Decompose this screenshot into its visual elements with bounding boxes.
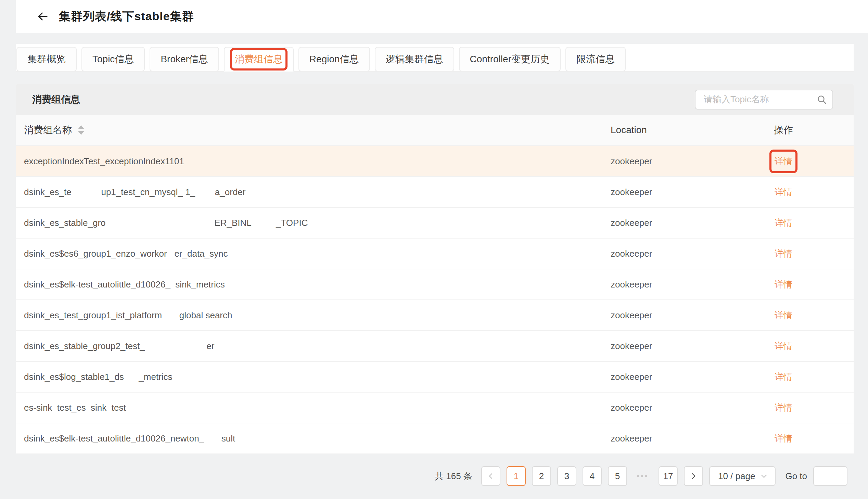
caret-down-icon	[78, 131, 84, 135]
action-cell: 详情	[751, 186, 816, 198]
action-cell: 详情	[751, 248, 816, 260]
chevron-right-icon	[689, 472, 698, 480]
goto-page-input[interactable]	[813, 466, 847, 486]
consumer-group-name: dsink_es_stable_gro ER_BINL _TOPIC	[24, 218, 594, 228]
column-header-location: Location	[594, 125, 751, 135]
location-cell: zookeeper	[594, 372, 751, 382]
detail-link[interactable]: 详情	[774, 341, 792, 351]
consumer-group-name: dsink_es_test_group1_ist_platform global…	[24, 310, 594, 321]
page-size-select[interactable]: 10 / page	[709, 466, 775, 486]
back-button[interactable]	[35, 9, 50, 24]
location-cell: zookeeper	[594, 156, 751, 167]
action-cell: 详情	[751, 371, 816, 383]
table-row: dsink_es_test_group1_ist_platform global…	[16, 300, 854, 331]
location-cell: zookeeper	[594, 218, 751, 228]
location-cell: zookeeper	[594, 310, 751, 321]
caret-up-icon	[78, 125, 84, 129]
tab-consumer-group-info[interactable]: 消费组信息	[224, 47, 294, 72]
pagination: 共 165 条 12345 ••• 17 10 / page Go to	[0, 466, 868, 486]
pagination-page-1[interactable]: 1	[506, 466, 526, 486]
detail-link[interactable]: 详情	[774, 187, 792, 197]
table-row: dsink_es$elk-test_autolittle_d10026_ sin…	[16, 269, 854, 300]
action-cell: 详情	[751, 279, 816, 291]
panel-header: 消费组信息	[16, 84, 854, 115]
table-header-row: 消费组名称 Location 操作	[16, 115, 854, 146]
chevron-down-icon	[760, 472, 768, 480]
goto-label: Go to	[785, 471, 807, 482]
location-cell: zookeeper	[594, 279, 751, 290]
table-row: dsink_es_stable_gro ER_BINL _TOPIC zooke…	[16, 208, 854, 239]
consumer-group-name: dsink_es$es6_group1_enzo_workor er_data_…	[24, 248, 594, 259]
detail-link[interactable]: 详情	[774, 433, 792, 443]
page: 集群列表/线下stable集群 集群概览 Topic信息 Broker信息 消费…	[0, 0, 868, 499]
tab-region-info[interactable]: Region信息	[298, 47, 370, 72]
consumer-group-name: dsink_es$elk-test_autolittle_d10026_newt…	[24, 433, 594, 444]
table-body: exceptionIndexTest_exceptionIndex1101 zo…	[16, 146, 854, 454]
table-row: dsink_es$elk-test_autolittle_d10026_newt…	[16, 423, 854, 454]
pagination-page-last[interactable]: 17	[659, 466, 678, 486]
search-box	[695, 90, 833, 110]
action-cell: 详情	[751, 155, 816, 167]
location-cell: zookeeper	[594, 187, 751, 197]
action-cell: 详情	[751, 340, 816, 352]
chevron-left-icon	[487, 472, 495, 480]
action-cell: 详情	[751, 433, 816, 445]
consumer-group-name: dsink_es_te up1_test_cn_mysql_ 1_ a_orde…	[24, 187, 594, 197]
table-row: dsink_es_te up1_test_cn_mysql_ 1_ a_orde…	[16, 177, 854, 208]
pagination-page-5[interactable]: 5	[608, 466, 627, 486]
action-cell: 详情	[751, 217, 816, 229]
tab-controller-history[interactable]: Controller变更历史	[459, 47, 561, 72]
action-cell: 详情	[751, 402, 816, 414]
search-icon[interactable]	[817, 95, 827, 106]
consumer-group-name: dsink_es$log_stable1_ds _metrics	[24, 372, 594, 382]
tab-logic-cluster-info[interactable]: 逻辑集群信息	[375, 47, 454, 72]
tab-cluster-overview[interactable]: 集群概览	[16, 47, 77, 72]
arrow-left-icon	[35, 9, 50, 24]
detail-link[interactable]: 详情	[774, 248, 792, 259]
table-row: dsink_es$es6_group1_enzo_workor er_data_…	[16, 239, 854, 269]
detail-link[interactable]: 详情	[774, 310, 792, 320]
table-row: es-sink test_es sink test zookeeper 详情	[16, 392, 854, 423]
pagination-page-2[interactable]: 2	[532, 466, 551, 486]
consumer-group-panel: 消费组信息 消费组名称 Location	[16, 84, 854, 454]
page-title: 集群列表/线下stable集群	[59, 9, 194, 24]
pagination-total: 共 165 条	[435, 470, 472, 482]
consumer-group-name: es-sink test_es sink test	[24, 402, 594, 413]
table-row: dsink_es$log_stable1_ds _metrics zookeep…	[16, 362, 854, 392]
detail-link[interactable]: 详情	[774, 279, 792, 290]
tabs: 集群概览 Topic信息 Broker信息 消费组信息 Region信息 逻辑集…	[16, 44, 854, 72]
panel-title: 消费组信息	[32, 93, 80, 106]
top-header: 集群列表/线下stable集群	[16, 0, 868, 33]
pagination-ellipsis[interactable]: •••	[633, 466, 652, 486]
location-cell: zookeeper	[594, 248, 751, 259]
search-input[interactable]	[695, 90, 833, 110]
tab-topic-info[interactable]: Topic信息	[82, 47, 145, 72]
detail-link[interactable]: 详情	[774, 218, 792, 228]
column-header-action: 操作	[751, 124, 816, 136]
consumer-group-name: dsink_es$elk-test_autolittle_d10026_ sin…	[24, 279, 594, 290]
pagination-prev-button[interactable]	[481, 466, 500, 486]
pagination-next-button[interactable]	[684, 466, 703, 486]
detail-link[interactable]: 详情	[774, 402, 792, 413]
location-cell: zookeeper	[594, 341, 751, 352]
tab-throttle-info[interactable]: 限流信息	[565, 47, 626, 72]
sort-icon[interactable]	[78, 125, 84, 135]
action-cell: 详情	[751, 309, 816, 321]
consumer-group-name: dsink_es_stable_group2_test_ er	[24, 341, 594, 352]
table-row: dsink_es_stable_group2_test_ er zookeepe…	[16, 331, 854, 362]
pagination-page-4[interactable]: 4	[583, 466, 602, 486]
detail-link[interactable]: 详情	[774, 372, 792, 382]
tab-broker-info[interactable]: Broker信息	[149, 47, 219, 72]
location-cell: zookeeper	[594, 402, 751, 413]
column-header-name: 消费组名称	[24, 124, 594, 136]
table-row: exceptionIndexTest_exceptionIndex1101 zo…	[16, 146, 854, 177]
location-cell: zookeeper	[594, 433, 751, 444]
pagination-page-3[interactable]: 3	[557, 466, 576, 486]
consumer-group-name: exceptionIndexTest_exceptionIndex1101	[24, 156, 594, 167]
detail-link[interactable]: 详情	[774, 156, 792, 166]
